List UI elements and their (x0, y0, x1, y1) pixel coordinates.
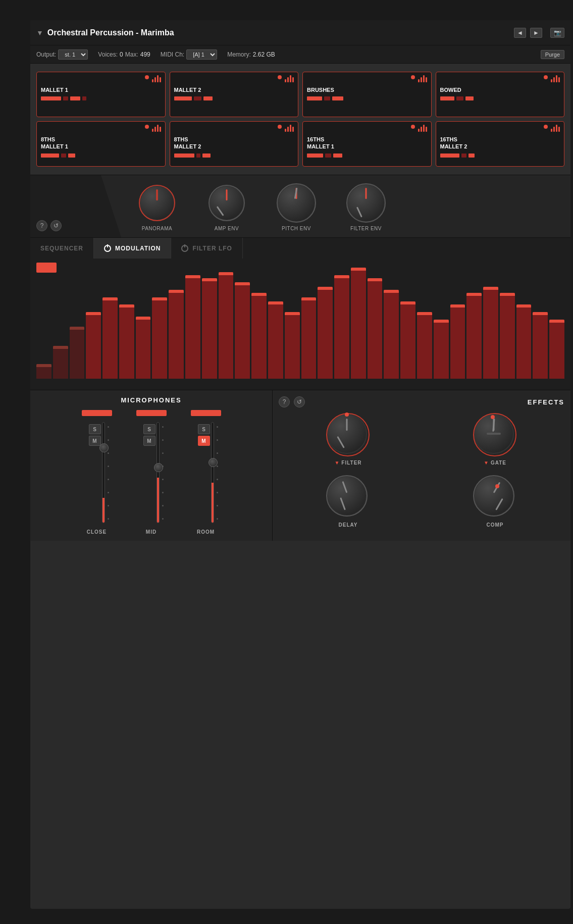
fader-track-mid (157, 422, 160, 523)
led-mallet2 (278, 75, 282, 79)
solo-button-mid[interactable]: S (143, 424, 155, 434)
panorama-knob-wrapper (137, 183, 177, 223)
instrument-card-mallet2[interactable]: MALLET 2 (170, 72, 299, 117)
reset-button[interactable]: ↺ (50, 220, 62, 231)
ampenv-knob-label: AMP ENV (215, 226, 239, 231)
filter-label-row[interactable]: ▼ FILTER (334, 460, 361, 466)
mod-bar-29 (516, 304, 532, 379)
instrument-card-bowed[interactable]: BOWED (436, 72, 565, 117)
output-label: Output: (36, 51, 56, 58)
instrument-card-16ths-mallet2[interactable]: 16THSMALLET 2 (436, 121, 565, 167)
fader-track-close (102, 422, 105, 523)
memory-value: 2.62 GB (253, 51, 275, 58)
dropdown-arrow-icon[interactable]: ▼ (36, 29, 43, 37)
mod-bar-10 (202, 278, 217, 379)
led-8ths-mallet1 (145, 125, 149, 129)
effects-header: ? ↺ EFFECTS (279, 396, 564, 407)
effect-item-delay: DELAY (279, 476, 418, 528)
bar-row-mallet2 (174, 96, 294, 100)
effects-help-button[interactable]: ? (279, 396, 290, 407)
mic-channel-room: S M (181, 410, 231, 535)
delay-knob[interactable] (327, 476, 367, 516)
mod-bar-30 (533, 312, 548, 379)
effects-reset-button[interactable]: ↺ (294, 396, 305, 407)
delay-label: DELAY (339, 522, 358, 528)
instrument-name-mallet2: MALLET 2 (174, 86, 294, 93)
solo-button-close[interactable]: S (89, 424, 101, 434)
bar-row-8ths-mallet1 (41, 153, 161, 158)
instrument-card-8ths-mallet1[interactable]: 8THSMALLET 1 (36, 121, 166, 167)
effect-item-filter: ▼ FILTER (279, 414, 418, 466)
next-instrument-button[interactable]: ► (530, 28, 542, 38)
filterenv-knob-label: FILTER ENV (350, 226, 382, 231)
mod-bar-0 (36, 364, 51, 379)
mod-bar-27 (483, 287, 498, 379)
mod-bar-6 (136, 317, 151, 379)
comp-knob[interactable] (474, 476, 514, 516)
effects-grid: ▼ FILTER ▼ (279, 414, 564, 528)
knob-group-filterenv: FILTER ENV (346, 183, 386, 231)
mod-bar-2 (70, 327, 85, 379)
purge-button[interactable]: Purge (541, 50, 564, 59)
filter-knob[interactable] (327, 414, 367, 454)
instrument-name-mallet1: MALLET 1 (41, 86, 161, 93)
instrument-card-brushes[interactable]: BRUSHES (302, 72, 432, 117)
instrument-card-8ths-mallet2[interactable]: 8THSMALLET 2 (170, 121, 299, 167)
mod-bar-23 (417, 312, 432, 379)
voices-item: Voices: 0 Max: 499 (98, 51, 150, 58)
fader-dots-mid (162, 420, 164, 525)
max-label: Max: (125, 51, 138, 58)
led-16ths-mallet1 (411, 125, 415, 129)
instrument-grid: MALLET 1 MALLET 2 (30, 64, 570, 175)
midi-select[interactable]: [A] 1 (186, 49, 217, 60)
fader-fill-room (212, 483, 214, 523)
output-select[interactable]: st. 1 (58, 49, 88, 60)
instrument-name-16ths-mallet1: 16THSMALLET 1 (307, 136, 427, 150)
instrument-card-mallet1[interactable]: MALLET 1 (36, 72, 166, 117)
filter-ring (326, 413, 370, 456)
solo-button-room[interactable]: S (198, 424, 210, 434)
memory-item: Memory: 2.62 GB (227, 51, 275, 58)
ampenv-knob[interactable] (209, 185, 244, 221)
instrument-name-bowed: BOWED (440, 86, 560, 93)
mod-bar-13 (251, 293, 267, 379)
channel-btns-close: S M (89, 424, 101, 446)
fader-dots-room (217, 420, 218, 525)
tab-filter-lfo[interactable]: FILTER LFO (171, 238, 242, 259)
mod-bar-17 (318, 287, 333, 379)
instrument-name-16ths-mallet2: 16THSMALLET 2 (440, 136, 560, 150)
tab-modulation[interactable]: MODULATION (94, 238, 171, 259)
help-button[interactable]: ? (36, 220, 47, 231)
filterenv-knob[interactable] (347, 184, 385, 222)
mod-bar-24 (434, 320, 449, 379)
gate-knob[interactable] (474, 414, 514, 454)
mod-bar-3 (86, 312, 101, 379)
fader-row-close: S M (89, 420, 105, 525)
instrument-card-16ths-mallet1[interactable]: 16THSMALLET 1 (302, 121, 432, 167)
tab-sequencer[interactable]: SEQUENCER (30, 238, 94, 259)
max-value: 499 (140, 51, 150, 58)
snapshot-button[interactable]: 📷 (550, 28, 564, 38)
mod-bar-9 (185, 275, 200, 379)
led-brushes (411, 75, 415, 79)
icon-bars-16ths-mallet1 (418, 124, 427, 132)
effects-panel: ? ↺ EFFECTS ▼ (273, 390, 570, 541)
microphones-title: MICROPHONES (36, 396, 266, 404)
mod-bar-1 (53, 346, 68, 379)
channel-label-close: CLOSE (87, 529, 107, 535)
gate-label-row[interactable]: ▼ GATE (484, 460, 506, 466)
mod-bar-26 (466, 293, 482, 379)
mod-bar-14 (268, 301, 283, 379)
filterenv-knob-wrapper (346, 183, 386, 223)
voices-label: Voices: (98, 51, 118, 58)
mod-bar-18 (334, 275, 349, 379)
mute-button-close[interactable]: M (89, 436, 101, 446)
mute-button-room[interactable]: M (198, 436, 210, 446)
icon-bars-bowed (551, 74, 560, 82)
mod-bar-31 (549, 320, 564, 379)
modulation-display (30, 259, 570, 390)
pitchenv-knob[interactable] (277, 184, 316, 222)
prev-instrument-button[interactable]: ◄ (514, 28, 526, 38)
panorama-knob[interactable] (139, 185, 175, 221)
mute-button-mid[interactable]: M (143, 436, 155, 446)
